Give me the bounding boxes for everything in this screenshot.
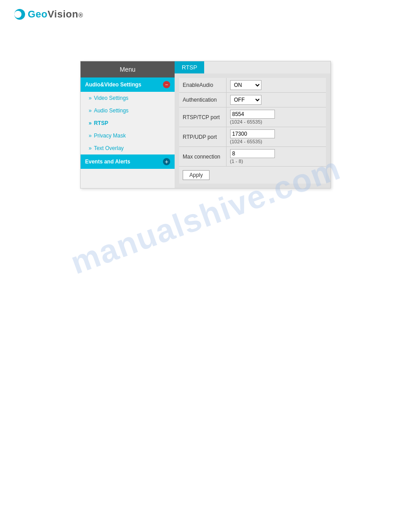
geovision-logo-icon: [13, 8, 26, 21]
form-row-enable-audio: EnableAudio ON OFF: [179, 78, 326, 93]
control-authentication: OFF ON: [226, 93, 326, 107]
input-rtp-udp-port[interactable]: [230, 129, 275, 138]
logo-text: GeoVision®: [28, 9, 83, 20]
form-row-rtsp-tcp-port: RTSP/TCP port (1024 - 65535): [179, 107, 326, 127]
control-max-connection: (1 - 8): [226, 147, 326, 167]
logo-vision: Vision: [47, 9, 78, 20]
sidebar-item-rtsp[interactable]: RTSP: [81, 117, 175, 129]
sidebar-section-audio-video-icon: −: [163, 81, 170, 88]
hint-rtsp-tcp-port: (1024 - 65535): [230, 119, 323, 124]
form-row-rtp-udp-port: RTP/UDP port (1024 - 65535): [179, 127, 326, 147]
page-wrapper: GeoVision® Menu Audio&Video Settings − V…: [0, 0, 411, 532]
content-body: EnableAudio ON OFF Authenti: [175, 73, 330, 188]
header: GeoVision®: [0, 0, 411, 25]
sidebar-section-events-alerts-label: Events and Alerts: [85, 159, 130, 165]
logo-geo: Geo: [28, 9, 47, 20]
rtsp-form-table: EnableAudio ON OFF Authenti: [179, 78, 326, 167]
apply-button[interactable]: Apply: [183, 170, 210, 180]
sidebar-section-audio-video-label: Audio&Video Settings: [85, 82, 141, 88]
select-authentication[interactable]: OFF ON: [230, 95, 261, 105]
sidebar: Menu Audio&Video Settings − Video Settin…: [81, 61, 175, 188]
form-row-authentication: Authentication OFF ON: [179, 93, 326, 107]
logo-container: GeoVision®: [13, 8, 83, 21]
label-authentication: Authentication: [179, 93, 226, 107]
label-enable-audio: EnableAudio: [179, 78, 226, 93]
sidebar-section-audio-video[interactable]: Audio&Video Settings −: [81, 77, 175, 92]
control-enable-audio: ON OFF: [226, 78, 326, 93]
input-rtsp-tcp-port[interactable]: [230, 110, 275, 119]
ui-container: Menu Audio&Video Settings − Video Settin…: [0, 25, 411, 206]
sidebar-menu-header: Menu: [81, 61, 175, 77]
apply-row: Apply: [179, 167, 326, 184]
sidebar-item-text-overlay[interactable]: Text Overlay: [81, 142, 175, 154]
input-max-connection[interactable]: [230, 149, 275, 158]
select-enable-audio[interactable]: ON OFF: [230, 80, 261, 90]
sidebar-item-audio-settings[interactable]: Audio Settings: [81, 104, 175, 117]
sidebar-item-video-settings[interactable]: Video Settings: [81, 92, 175, 104]
label-rtp-udp-port: RTP/UDP port: [179, 127, 226, 147]
svg-point-1: [14, 11, 21, 18]
hint-rtp-udp-port: (1024 - 65535): [230, 139, 323, 144]
control-rtsp-tcp-port: (1024 - 65535): [226, 107, 326, 127]
hint-max-connection: (1 - 8): [230, 159, 323, 164]
main-content: RTSP EnableAudio ON OFF: [175, 61, 330, 188]
ui-panel: Menu Audio&Video Settings − Video Settin…: [80, 61, 331, 189]
sidebar-section-events-alerts[interactable]: Events and Alerts +: [81, 154, 175, 169]
sidebar-item-privacy-mask[interactable]: Privacy Mask: [81, 129, 175, 142]
form-row-max-connection: Max connection (1 - 8): [179, 147, 326, 167]
sidebar-sub-items-audio-video: Video Settings Audio Settings RTSP Priva…: [81, 92, 175, 154]
content-tab-rtsp: RTSP: [175, 61, 204, 73]
label-rtsp-tcp-port: RTSP/TCP port: [179, 107, 226, 127]
sidebar-section-events-alerts-icon: +: [163, 158, 170, 165]
label-max-connection: Max connection: [179, 147, 226, 167]
control-rtp-udp-port: (1024 - 65535): [226, 127, 326, 147]
